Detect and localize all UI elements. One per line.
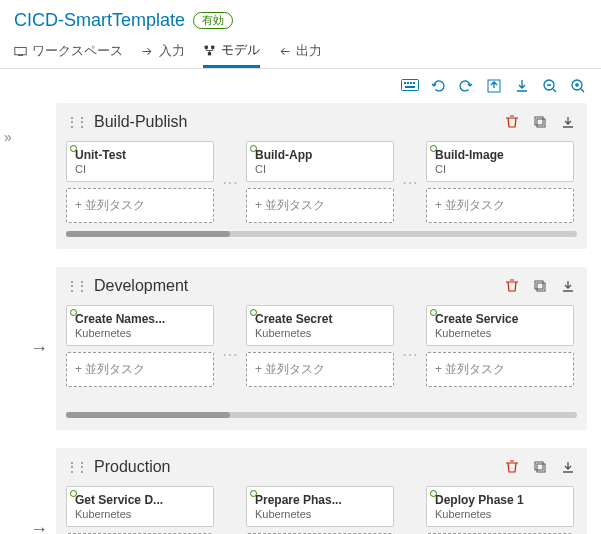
svg-rect-8	[410, 82, 412, 84]
task-card[interactable]: Build-AppCI	[246, 141, 394, 182]
svg-rect-1	[18, 54, 23, 55]
page-title: CICD-SmartTemplate	[14, 10, 185, 31]
task-title: Build-Image	[435, 148, 565, 162]
toolbar	[0, 69, 601, 103]
export-icon[interactable]	[485, 77, 503, 95]
tab-output[interactable]: 出力	[278, 42, 322, 68]
copy-stage-icon[interactable]	[531, 458, 549, 476]
stage: ⋮⋮Build-PublishUnit-TestCI+ 並列タスク⋯Build-…	[56, 103, 587, 249]
drag-handle-icon[interactable]: ⋮⋮	[66, 115, 86, 129]
svg-rect-14	[535, 117, 543, 125]
status-badge: 有効	[193, 12, 233, 29]
task-card[interactable]: Build-ImageCI	[426, 141, 574, 182]
tab-input[interactable]: 入力	[141, 42, 185, 68]
task-card[interactable]: Deploy Phase 1Kubernetes	[426, 486, 574, 527]
header: CICD-SmartTemplate 有効	[0, 0, 601, 31]
task-title: Create Names...	[75, 312, 205, 326]
add-parallel-task-button[interactable]: + 並列タスク	[66, 352, 214, 387]
delete-stage-icon[interactable]	[503, 277, 521, 295]
stage-name: Build-Publish	[94, 113, 187, 131]
task-card[interactable]: Get Service D...Kubernetes	[66, 486, 214, 527]
task-type: CI	[435, 163, 565, 175]
svg-rect-3	[211, 45, 214, 48]
zoom-icon[interactable]	[569, 77, 587, 95]
svg-rect-6	[404, 82, 406, 84]
stage-arrow-icon: →	[30, 519, 48, 534]
status-dot-icon	[430, 490, 437, 497]
tab-workspace[interactable]: ワークスペース	[14, 42, 123, 68]
stage-name: Development	[94, 277, 188, 295]
svg-rect-9	[413, 82, 415, 84]
input-icon	[141, 45, 154, 58]
flow-connector-icon: ⋯	[402, 526, 418, 534]
tasks-row: Unit-TestCI+ 並列タスク⋯Build-AppCI+ 並列タスク⋯Bu…	[66, 141, 577, 223]
flow-connector-icon: ⋯	[402, 173, 418, 192]
stage: ⋮⋮DevelopmentCreate Names...Kubernetes+ …	[56, 267, 587, 430]
task-type: Kubernetes	[435, 327, 565, 339]
svg-rect-15	[537, 119, 545, 127]
workspace-icon	[14, 45, 27, 58]
import-icon[interactable]	[513, 77, 531, 95]
add-parallel-task-button[interactable]: + 並列タスク	[426, 188, 574, 223]
svg-rect-17	[537, 283, 545, 291]
undo-icon[interactable]	[429, 77, 447, 95]
tasks-row: Create Names...Kubernetes+ 並列タスク⋯Create …	[66, 305, 577, 404]
download-stage-icon[interactable]	[559, 113, 577, 131]
add-parallel-task-button[interactable]: + 並列タスク	[246, 188, 394, 223]
task-type: CI	[255, 163, 385, 175]
stage: ⋮⋮ProductionGet Service D...Kubernetes+ …	[56, 448, 587, 534]
svg-rect-16	[535, 281, 543, 289]
horizontal-scrollbar[interactable]	[66, 231, 577, 237]
svg-rect-2	[205, 45, 208, 48]
tab-label: 入力	[159, 42, 185, 60]
keyboard-icon[interactable]	[401, 77, 419, 95]
tab-model[interactable]: モデル	[203, 41, 260, 68]
task-title: Unit-Test	[75, 148, 205, 162]
horizontal-scrollbar[interactable]	[66, 412, 577, 418]
task-card[interactable]: Prepare Phas...Kubernetes	[246, 486, 394, 527]
redo-icon[interactable]	[457, 77, 475, 95]
task-title: Create Service	[435, 312, 565, 326]
copy-stage-icon[interactable]	[531, 113, 549, 131]
task-card[interactable]: Create ServiceKubernetes	[426, 305, 574, 346]
task-type: Kubernetes	[75, 508, 205, 520]
drag-handle-icon[interactable]: ⋮⋮	[66, 279, 86, 293]
status-dot-icon	[250, 309, 257, 316]
flow-connector-icon: ⋯	[402, 345, 418, 364]
download-stage-icon[interactable]	[559, 458, 577, 476]
flow-connector-icon: ⋯	[222, 345, 238, 364]
tab-label: 出力	[296, 42, 322, 60]
flow-connector-icon: ⋯	[222, 173, 238, 192]
flow-connector-icon: ⋯	[222, 526, 238, 534]
svg-rect-5	[402, 80, 419, 91]
zoom-fit-icon[interactable]	[541, 77, 559, 95]
status-dot-icon	[70, 309, 77, 316]
svg-rect-10	[405, 86, 415, 88]
copy-stage-icon[interactable]	[531, 277, 549, 295]
task-type: Kubernetes	[75, 327, 205, 339]
task-card[interactable]: Create SecretKubernetes	[246, 305, 394, 346]
task-type: Kubernetes	[255, 327, 385, 339]
add-parallel-task-button[interactable]: + 並列タスク	[246, 352, 394, 387]
status-dot-icon	[70, 490, 77, 497]
task-card[interactable]: Unit-TestCI	[66, 141, 214, 182]
tabs-bar: ワークスペース 入力 モデル 出力	[0, 31, 601, 69]
download-stage-icon[interactable]	[559, 277, 577, 295]
task-card[interactable]: Create Names...Kubernetes	[66, 305, 214, 346]
status-dot-icon	[250, 490, 257, 497]
task-title: Build-App	[255, 148, 385, 162]
add-parallel-task-button[interactable]: + 並列タスク	[426, 352, 574, 387]
drag-handle-icon[interactable]: ⋮⋮	[66, 460, 86, 474]
svg-rect-19	[537, 464, 545, 472]
add-parallel-task-button[interactable]: + 並列タスク	[66, 188, 214, 223]
status-dot-icon	[250, 145, 257, 152]
task-type: CI	[75, 163, 205, 175]
task-type: Kubernetes	[255, 508, 385, 520]
svg-rect-0	[15, 47, 26, 54]
task-title: Create Secret	[255, 312, 385, 326]
delete-stage-icon[interactable]	[503, 113, 521, 131]
stage-arrow-icon: →	[30, 338, 48, 359]
delete-stage-icon[interactable]	[503, 458, 521, 476]
tab-label: モデル	[221, 41, 260, 59]
status-dot-icon	[70, 145, 77, 152]
